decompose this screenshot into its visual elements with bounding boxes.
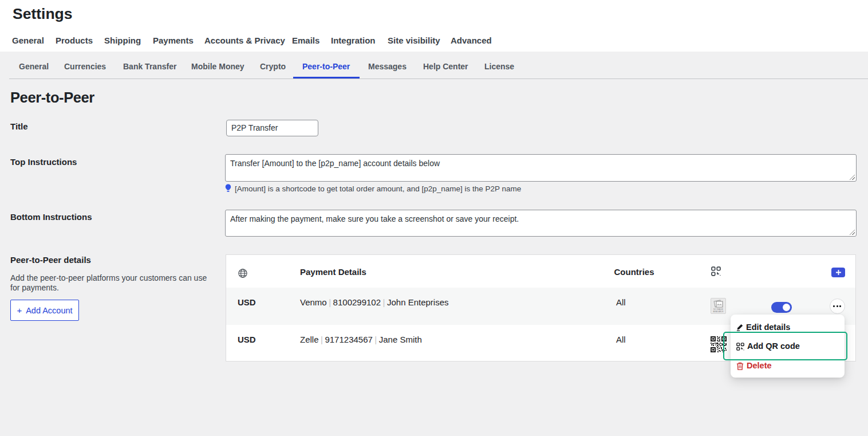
svg-text:AVAILABLE: AVAILABLE [713,311,724,313]
